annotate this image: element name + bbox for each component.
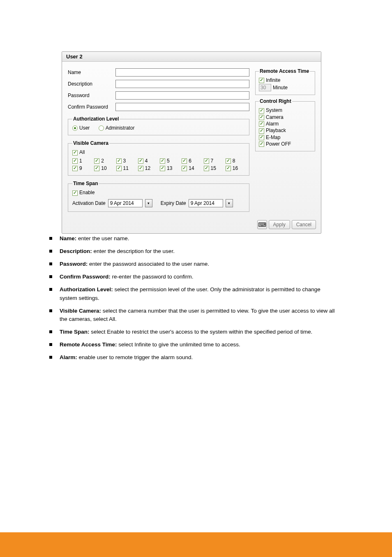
minute-label: Minute	[273, 85, 288, 91]
camera-checkbox-15[interactable]: 15	[204, 165, 223, 171]
activation-dropdown-button[interactable]: ▾	[145, 199, 152, 207]
right-column: Remote Access Time Infinite Minute Contr…	[255, 68, 315, 212]
remote-access-legend: Remote Access Time	[259, 68, 310, 74]
camera-checkbox-11[interactable]: 11	[116, 165, 136, 171]
control-right-playback[interactable]: Playback	[259, 128, 311, 133]
camera-checkbox-10[interactable]: 10	[94, 165, 113, 171]
left-column: Name Description Password Confirm Passwo…	[68, 68, 249, 212]
camera-checkbox-14[interactable]: 14	[182, 165, 201, 171]
check-icon	[226, 158, 231, 164]
dialog-content: Name Description Password Confirm Passwo…	[62, 62, 321, 217]
bullet-item: Time Span: select Enable to restrict the…	[49, 328, 337, 337]
camera-checkbox-16[interactable]: 16	[226, 165, 245, 171]
check-icon	[116, 166, 122, 171]
check-icon	[259, 108, 264, 114]
bullet-square-icon	[49, 288, 52, 291]
control-right-e-map[interactable]: E-Map	[259, 135, 311, 140]
camera-checkbox-7[interactable]: 7	[204, 158, 223, 164]
user-settings-dialog: User 2 Name Description Password Confirm…	[62, 51, 321, 234]
bullet-square-icon	[49, 237, 52, 240]
camera-checkbox-3[interactable]: 3	[116, 158, 136, 164]
name-input[interactable]	[115, 68, 249, 77]
camera-checkbox-5[interactable]: 5	[160, 158, 179, 164]
camera-checkbox-6[interactable]: 6	[182, 158, 201, 164]
authorization-legend: Authorization Level	[72, 116, 120, 122]
check-icon	[182, 166, 187, 171]
camera-checkbox-2[interactable]: 2	[94, 158, 113, 164]
expiry-dropdown-button[interactable]: ▾	[226, 199, 233, 207]
bullet-item: Name: enter the user name.	[49, 234, 337, 243]
camera-all-checkbox[interactable]: All	[72, 149, 85, 155]
check-icon	[72, 158, 78, 164]
bullet-item: Confirm Password: re-enter the password …	[49, 273, 337, 281]
check-icon	[259, 78, 264, 83]
bullet-square-icon	[49, 343, 52, 346]
check-icon	[259, 115, 264, 120]
password-input[interactable]	[115, 91, 249, 100]
check-icon	[204, 158, 209, 164]
description-input[interactable]	[115, 80, 249, 88]
control-right-camera[interactable]: Camera	[259, 114, 311, 120]
bullet-item: Visible Camera: select the camera number…	[49, 307, 337, 324]
remote-access-time-group: Remote Access Time Infinite Minute	[255, 68, 315, 95]
camera-checkbox-12[interactable]: 12	[138, 165, 157, 171]
visible-camera-legend: Visible Camera	[72, 140, 109, 146]
description-label: Description	[68, 81, 115, 87]
expiry-date-label: Expiry Date	[161, 200, 186, 206]
infinite-checkbox[interactable]: Infinite	[259, 77, 311, 83]
keyboard-icon-button[interactable]: ⌨	[257, 220, 267, 229]
control-right-alarm[interactable]: Alarm	[259, 121, 311, 127]
name-label: Name	[68, 70, 115, 75]
bullet-square-icon	[49, 262, 52, 265]
check-icon	[72, 166, 78, 171]
bullet-item: Password: enter the password associated …	[49, 260, 337, 269]
apply-button[interactable]: Apply	[269, 220, 290, 229]
camera-checkbox-8[interactable]: 8	[226, 158, 245, 164]
radio-user[interactable]: User	[72, 125, 90, 131]
bullet-square-icon	[49, 275, 52, 278]
bullet-item: Alarm: enable user to remote trigger the…	[49, 353, 337, 362]
check-icon	[259, 128, 264, 134]
cancel-button[interactable]: Cancel	[292, 220, 316, 229]
check-icon	[160, 158, 165, 164]
dialog-title: User 2	[62, 52, 321, 62]
check-icon	[116, 158, 122, 164]
check-icon	[138, 158, 143, 164]
check-icon	[259, 142, 264, 147]
bullet-square-icon	[49, 309, 52, 312]
authorization-level-group: Authorization Level User Administrator	[68, 116, 249, 135]
bullet-item: Description: enter the description for t…	[49, 247, 337, 256]
expiry-date-input[interactable]	[189, 199, 223, 207]
control-right-group: Control Right SystemCameraAlarmPlaybackE…	[255, 98, 315, 151]
camera-checkbox-13[interactable]: 13	[160, 165, 179, 171]
visible-camera-group: Visible Camera All 123456789101112131415…	[68, 140, 249, 176]
check-icon	[160, 166, 165, 171]
password-label: Password	[68, 93, 115, 98]
control-right-power-off[interactable]: Power OFF	[259, 141, 311, 147]
camera-checkbox-1[interactable]: 1	[72, 158, 92, 164]
check-icon	[259, 121, 264, 127]
activation-date-input[interactable]	[108, 199, 143, 207]
check-icon	[72, 190, 78, 196]
radio-icon	[72, 125, 78, 131]
check-icon	[204, 166, 209, 171]
bullet-square-icon	[49, 250, 52, 253]
check-icon	[94, 158, 99, 164]
bullet-item: Remote Access Time: select Infinite to g…	[49, 341, 337, 349]
radio-administrator[interactable]: Administrator	[99, 125, 135, 131]
description-list: Name: enter the user name.Description: e…	[49, 234, 337, 366]
page-footer-banner	[0, 532, 392, 557]
timespan-enable-checkbox[interactable]: Enable	[72, 190, 95, 195]
control-right-legend: Control Right	[259, 98, 292, 104]
time-span-group: Time Span Enable Activation Date ▾ Expir…	[68, 181, 249, 211]
check-icon	[94, 166, 99, 171]
bullet-square-icon	[49, 330, 52, 333]
bullet-item: Authorization Level: select the permissi…	[49, 285, 337, 303]
dialog-footer: ⌨ Apply Cancel	[62, 217, 321, 233]
control-right-system[interactable]: System	[259, 107, 311, 113]
confirm-password-input[interactable]	[115, 103, 249, 111]
minute-input	[259, 84, 271, 91]
camera-checkbox-9[interactable]: 9	[72, 165, 92, 171]
camera-checkbox-4[interactable]: 4	[138, 158, 157, 164]
confirm-password-label: Confirm Password	[68, 104, 115, 110]
